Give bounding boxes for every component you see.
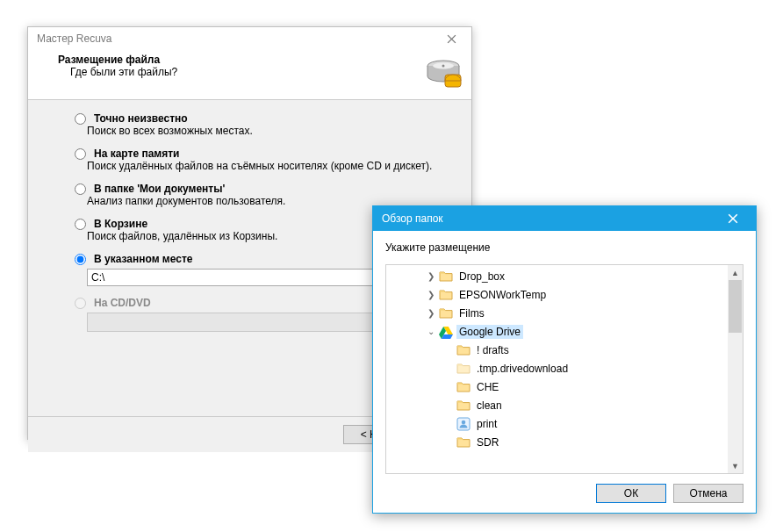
tree-item-label: Films xyxy=(456,306,487,320)
folder-icon xyxy=(456,435,471,449)
tree-item[interactable]: ❯Drop_box xyxy=(386,267,728,285)
browse-title: Обзор папок xyxy=(382,212,715,225)
option-unknown-desc: Поиск во всех возможных местах. xyxy=(87,125,445,137)
scroll-down-icon[interactable]: ▼ xyxy=(728,458,743,473)
tree-item-label: .tmp.drivedownload xyxy=(474,362,571,376)
folder-icon xyxy=(456,343,471,357)
tree-item-label: EPSONWorkTemp xyxy=(456,288,549,302)
svg-point-2 xyxy=(442,65,445,68)
hdd-recovery-icon xyxy=(424,54,463,92)
tree-item[interactable]: ❯Films xyxy=(386,304,728,322)
tree-item[interactable]: .SDR xyxy=(386,433,728,451)
tree-item-label: ! drafts xyxy=(474,343,512,357)
expander-icon[interactable]: ❯ xyxy=(425,271,437,281)
svg-point-8 xyxy=(462,420,466,424)
expander-icon: . xyxy=(442,345,455,355)
radio-unknown[interactable] xyxy=(75,113,86,125)
expander-icon[interactable]: ⌄ xyxy=(425,327,437,336)
option-unknown-row[interactable]: Точно неизвестно xyxy=(70,112,445,125)
close-icon[interactable] xyxy=(436,30,466,47)
option-cddvd-label: На CD/DVD xyxy=(94,297,151,309)
tree-item[interactable]: ❯EPSONWorkTemp xyxy=(386,285,728,304)
browse-prompt: Укажите размещение xyxy=(385,241,743,254)
browse-body: Укажите размещение ❯Drop_box❯EPSONWorkTe… xyxy=(373,231,756,474)
folder-icon xyxy=(456,399,471,413)
option-memorycard-desc: Поиск удалённых файлов на съёмных носите… xyxy=(87,160,445,172)
option-recyclebin-label: В Корзине xyxy=(94,218,147,230)
tree-item[interactable]: ..tmp.drivedownload xyxy=(386,359,728,377)
expander-icon[interactable]: ❯ xyxy=(425,308,437,318)
wizard-titlebar[interactable]: Мастер Recuva xyxy=(28,27,471,50)
wizard-header-subtitle: Где были эти файлы? xyxy=(58,66,461,78)
close-icon[interactable] xyxy=(715,209,751,228)
browse-titlebar[interactable]: Обзор папок xyxy=(373,206,756,231)
tree-item[interactable]: .clean xyxy=(386,396,728,414)
folder-icon xyxy=(439,306,453,320)
folder-tree-viewport[interactable]: ❯Drop_box❯EPSONWorkTemp❯Films⌄Google Dri… xyxy=(386,265,728,473)
option-memorycard-row[interactable]: На карте памяти xyxy=(70,147,445,160)
folder-tree: ❯Drop_box❯EPSONWorkTemp❯Films⌄Google Dri… xyxy=(385,264,743,474)
scroll-thumb[interactable] xyxy=(729,280,742,333)
option-mydocs-label: В папке 'Мои документы' xyxy=(94,183,225,195)
radio-specific[interactable] xyxy=(75,254,86,265)
browse-footer: ОК Отмена xyxy=(373,474,756,513)
scrollbar[interactable]: ▲ ▼ xyxy=(728,265,743,473)
option-specific-label: В указанном месте xyxy=(94,253,192,265)
tree-item-label: Google Drive xyxy=(456,325,523,339)
tree-item[interactable]: .print xyxy=(386,414,728,433)
tree-item-label: clean xyxy=(474,399,505,413)
folder-browse-dialog: Обзор папок Укажите размещение ❯Drop_box… xyxy=(372,205,757,514)
option-unknown: Точно неизвестно Поиск во всех возможных… xyxy=(70,112,445,137)
radio-recyclebin[interactable] xyxy=(75,219,86,230)
option-unknown-label: Точно неизвестно xyxy=(94,112,188,125)
tree-item[interactable]: .CHE xyxy=(386,377,728,396)
option-mydocs: В папке 'Мои документы' Анализ папки док… xyxy=(70,183,445,207)
expander-icon: . xyxy=(442,419,455,428)
folder-icon xyxy=(456,362,471,376)
tree-item[interactable]: ⌄Google Drive xyxy=(386,322,728,341)
radio-mydocs[interactable] xyxy=(75,183,86,195)
folder-icon xyxy=(439,288,453,302)
folder-icon xyxy=(439,270,453,284)
tree-item[interactable]: .! drafts xyxy=(386,341,728,359)
expander-icon: . xyxy=(442,363,455,373)
contact-icon xyxy=(456,417,471,431)
radio-cddvd xyxy=(75,298,86,309)
cancel-button[interactable]: Отмена xyxy=(673,484,743,503)
radio-memorycard[interactable] xyxy=(75,148,86,160)
expander-icon: . xyxy=(442,437,455,447)
expander-icon: . xyxy=(442,400,455,410)
option-mydocs-row[interactable]: В папке 'Мои документы' xyxy=(70,183,445,195)
wizard-title: Мастер Recuva xyxy=(37,32,436,45)
option-memorycard: На карте памяти Поиск удалённых файлов н… xyxy=(70,147,445,172)
folder-icon xyxy=(456,380,471,394)
expander-icon: . xyxy=(442,382,455,392)
gdrive-icon xyxy=(439,325,453,339)
expander-icon[interactable]: ❯ xyxy=(425,290,437,299)
tree-item-label: Drop_box xyxy=(456,270,507,284)
option-memorycard-label: На карте памяти xyxy=(94,147,179,160)
wizard-header: Размещение файла Где были эти файлы? xyxy=(28,50,471,100)
scroll-up-icon[interactable]: ▲ xyxy=(728,265,743,280)
tree-item-label: CHE xyxy=(474,380,501,394)
tree-item-label: SDR xyxy=(474,435,501,449)
ok-button[interactable]: ОК xyxy=(596,484,666,503)
tree-item-label: print xyxy=(474,417,499,431)
wizard-header-title: Размещение файла xyxy=(58,54,461,66)
